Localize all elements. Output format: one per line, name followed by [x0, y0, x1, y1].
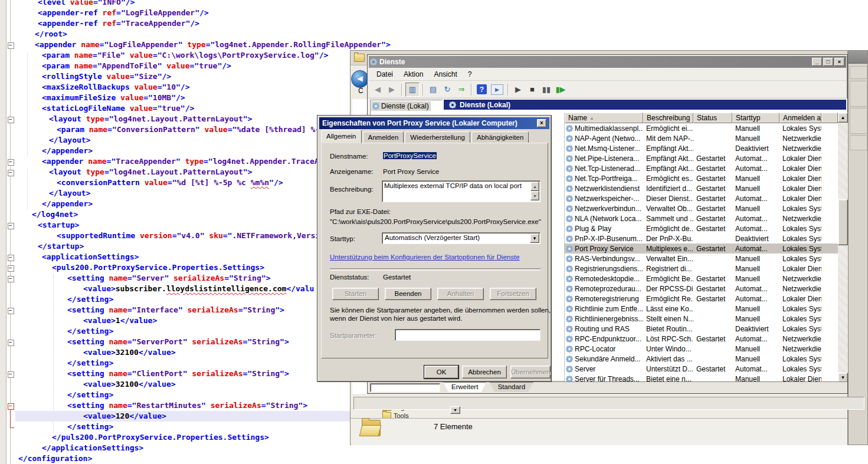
service-row[interactable]: Remoteprozedurau...Der RPCSS-Di...Gestar… — [565, 284, 838, 294]
scrollbar-thumb[interactable] — [838, 199, 848, 245]
fold-toggle-icon[interactable] — [8, 42, 14, 49]
service-row[interactable]: Multimediaklassenpl...Ermögl­icht ei...M… — [565, 123, 838, 133]
service-row[interactable]: NetzwerklistendienstIdentifiziert d...Ge… — [565, 183, 838, 193]
minimize-button[interactable]: _ — [812, 58, 822, 66]
column-header-anmelden-als[interactable]: Anmelden als — [779, 113, 821, 123]
refresh-icon[interactable]: ↻ — [441, 83, 454, 96]
dropdown-button[interactable]: ▼ — [450, 406, 460, 414]
dialog-tab-allgemein[interactable]: Allgemein — [321, 130, 362, 143]
service-row[interactable]: Netzwerkverbindun...Verwaltet Ob...Gesta… — [565, 203, 838, 213]
service-row[interactable]: Net.Tcp-Listenerad...Empfängt Akt...Gest… — [565, 163, 838, 173]
start-service-icon[interactable]: ▶ — [512, 83, 525, 96]
service-row[interactable]: Sekundäre Anmeld...Aktiviert das ...Manu… — [565, 354, 838, 364]
abbrechen-button[interactable]: Abbrechen — [462, 366, 507, 379]
pause-service-icon[interactable]: ▮▮ — [540, 83, 553, 96]
column-header-spacer[interactable] — [821, 113, 838, 123]
service-status-value: Gestartet — [383, 274, 411, 281]
fold-toggle-icon[interactable] — [8, 403, 14, 410]
service-row[interactable]: Net.Tcp-Portfreiga...Ermöglicht es...Ges… — [565, 173, 838, 183]
code-line[interactable]: </root> — [15, 29, 868, 40]
dialog-tab-abh-ngigkeiten[interactable]: Abhängigkeiten — [471, 131, 529, 143]
scroll-down-icon[interactable]: ▼ — [530, 191, 539, 200]
services-titlebar[interactable]: Dienste _□× — [369, 56, 846, 68]
column-header-starttyp[interactable]: Starttyp — [732, 113, 779, 123]
back-button[interactable]: ◀ — [351, 70, 369, 88]
dialog-titlebar[interactable]: Eigenschaften von Port Proxy Service (Lo… — [319, 117, 549, 129]
chevron-down-icon[interactable]: ▼ — [530, 233, 539, 243]
fold-toggle-icon[interactable] — [8, 308, 14, 314]
fold-toggle-icon[interactable] — [8, 276, 14, 282]
code-line[interactable]: <level value="INFO"/> — [15, 0, 868, 8]
menu-item-ansicht[interactable]: Ansicht — [428, 69, 462, 80]
code-line[interactable]: <appender name="LogFileAppender" type="l… — [15, 40, 868, 50]
code-line[interactable]: <appender-ref ref="TraceAppender"/> — [15, 18, 868, 29]
service-row[interactable]: Remotedesktopdie...Ermöglicht Be...Gesta… — [565, 274, 838, 284]
help-icon[interactable]: ? — [477, 84, 487, 94]
tree-item-dienste-lokal[interactable]: Dienste (Lokal) — [371, 101, 431, 111]
service-row[interactable]: Routing und RASBietet Routin...Deaktivie… — [565, 324, 838, 334]
fold-toggle-icon[interactable] — [8, 371, 14, 378]
stop-service-icon[interactable]: ■ — [526, 83, 539, 96]
service-row[interactable]: ServerUnterstützt D...GestartetAutomat..… — [565, 364, 838, 374]
show-console-tree-icon[interactable]: ▥ — [405, 83, 420, 97]
properties-icon[interactable]: ▤ — [427, 83, 440, 96]
fold-toggle-icon[interactable] — [8, 159, 14, 166]
service-row[interactable]: PnP-X-IP-Busenum...Der PnP-X-Bu...Deakti… — [565, 233, 838, 243]
column-header-name[interactable]: Name▲ — [565, 113, 643, 123]
startup-type-combobox[interactable]: Automatisch (Verzögerter Start) ▼ — [382, 232, 541, 244]
restart-service-icon[interactable]: ▮▶ — [554, 83, 567, 96]
service-row[interactable]: Net.Msmq-Listener...Empfängt Akt...Deakt… — [565, 143, 838, 153]
filter-input[interactable] — [370, 383, 440, 392]
fold-toggle-icon[interactable] — [8, 117, 14, 123]
fold-toggle-icon[interactable] — [8, 223, 14, 229]
service-row[interactable]: RPC-Endpunktzuor...Löst RPC-Sch...Gestar… — [565, 334, 838, 344]
service-row[interactable]: NAP-Agent (Netwo...Mit dem NAP-...Manuel… — [565, 133, 838, 143]
service-row[interactable]: Port Proxy ServiceMultiplexes e...Gestar… — [565, 243, 838, 254]
service-row[interactable]: Net.Pipe-Listenera...Empfängt Akt...Gest… — [565, 153, 838, 163]
fold-toggle-icon[interactable] — [8, 340, 14, 346]
scroll-up-icon[interactable]: ▲ — [838, 113, 848, 123]
code-line[interactable]: <appender-ref ref="LogFileAppender"/> — [15, 8, 868, 18]
scrollbar[interactable]: ▲ ▼ — [838, 113, 848, 383]
service-row[interactable]: Netzwerkspeicher-...Dieser Dienst...Gest… — [565, 193, 838, 203]
ok-button[interactable]: OK — [424, 366, 458, 379]
dialog-tab-wiederherstellung[interactable]: Wiederherstellung — [405, 131, 470, 143]
fold-toggle-icon[interactable] — [8, 170, 14, 176]
code-token: value — [204, 125, 227, 134]
startup-options-help-link[interactable]: Unterstützung beim Konfigurieren der Sta… — [330, 254, 520, 261]
menu-item-aktion[interactable]: Aktion — [398, 69, 428, 80]
beenden-button[interactable]: Beenden — [385, 288, 431, 300]
service-row[interactable]: RemoteregistrierungErmöglicht Re...Gesta… — [565, 294, 838, 304]
code-token: true — [162, 104, 181, 113]
menu-item-?[interactable]: ? — [463, 69, 477, 80]
service-row[interactable]: Registrierungsdiens...Registriert di...M… — [565, 264, 838, 274]
service-name-value[interactable]: PortProxyService — [383, 152, 437, 159]
fold-toggle-icon[interactable] — [8, 255, 14, 261]
code-line[interactable]: </configuration> — [15, 453, 868, 464]
forward-icon[interactable]: ▶ — [385, 83, 398, 96]
service-row[interactable]: Plug & PlayErmöglicht de...GestartetAuto… — [565, 223, 838, 233]
close-button[interactable]: × — [834, 58, 844, 66]
service-row[interactable]: NLA (Network Loca...Sammelt und ...Gesta… — [565, 213, 838, 223]
fold-toggle-icon[interactable] — [8, 265, 14, 272]
close-icon[interactable]: × — [537, 119, 546, 127]
maximize-button[interactable]: □ — [823, 58, 833, 66]
view-tab-standard[interactable]: Standard — [489, 382, 533, 392]
column-header-beschreibung[interactable]: Beschreibung — [643, 113, 693, 123]
extended-view-icon[interactable]: ▶ — [491, 84, 503, 95]
view-tab-erweitert[interactable]: Erweitert — [443, 382, 486, 392]
start-params-input[interactable] — [395, 329, 541, 341]
dialog-tab-anmelden[interactable]: Anmelden — [363, 131, 404, 143]
back-icon[interactable]: ◀ — [371, 83, 384, 96]
scroll-up-icon[interactable]: ▲ — [530, 182, 539, 191]
export-list-icon[interactable]: ⇒ — [455, 83, 468, 96]
menu-item-datei[interactable]: Datei — [371, 69, 398, 80]
service-row[interactable]: Richtlinie zum Entfe...Lässt eine Ko...M… — [565, 304, 838, 314]
service-row[interactable]: RPC-LocatorUnter Windo...ManuellNetzwerk… — [565, 344, 838, 354]
service-row[interactable]: Richtlinienergebniss...Stellt einen N...… — [565, 314, 838, 324]
code-token: serializeAs — [188, 305, 238, 314]
service-row[interactable]: RAS-Verbindungsv...Verwaltet Ein...Manue… — [565, 254, 838, 264]
service-logon-cell: Lokales System — [779, 305, 821, 313]
description-textbox[interactable]: Multiplexes external TCP/IP data on loca… — [382, 180, 541, 202]
column-header-status[interactable]: Status — [693, 113, 732, 123]
